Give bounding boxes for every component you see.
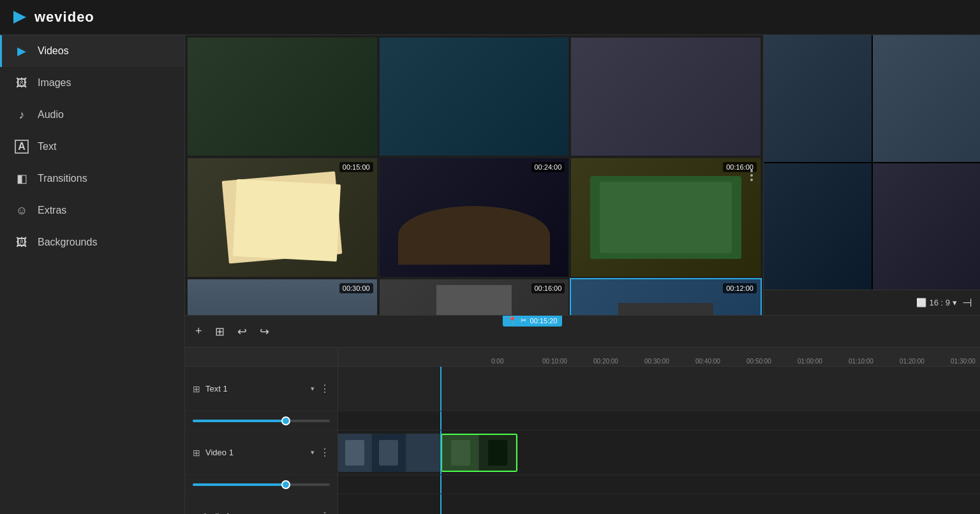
undo-icon: ↩ bbox=[237, 325, 247, 339]
duration-2: 00:24:00 bbox=[531, 162, 565, 172]
logo-icon bbox=[10, 8, 29, 27]
clip2-thumbnail bbox=[442, 435, 516, 471]
track-audio1-more[interactable]: ⋮ bbox=[320, 510, 330, 514]
preview-cell-1 bbox=[764, 35, 872, 162]
ruler-mark-8: 01:20:00 bbox=[900, 358, 924, 365]
track-text1-name: Text 1 bbox=[205, 384, 306, 393]
redo-icon: ↪ bbox=[260, 325, 269, 339]
header: wevideo bbox=[0, 0, 980, 35]
media-thumb-0[interactable] bbox=[188, 38, 377, 156]
sidebar-item-extras[interactable]: ☺ Extras bbox=[0, 195, 184, 226]
preview-bottom: ⬜ 16 : 9 ▾ ⊣ bbox=[764, 290, 980, 315]
timeline-ruler: 0:00 00:10:00 00:20:00 00:30:00 00:40:00… bbox=[185, 348, 980, 367]
logo-text: wevideo bbox=[34, 9, 94, 26]
playhead-tooltip: 📍 ✂ 00:15:20 bbox=[503, 316, 563, 327]
main-layout: ▶ Videos 🖼 Images ♪ Audio A Text ◧ Trans… bbox=[0, 35, 980, 514]
preview-cell-2 bbox=[873, 35, 981, 162]
more-options-btn[interactable] bbox=[750, 170, 753, 181]
undo-button[interactable]: ↩ bbox=[235, 322, 249, 341]
sidebar-item-audio[interactable]: ♪ Audio bbox=[0, 99, 184, 131]
duration-4: 00:30:00 bbox=[339, 283, 373, 293]
ruler-mark-4: 00:40:00 bbox=[695, 358, 720, 365]
sidebar-item-extras-label: Extras bbox=[38, 205, 66, 216]
media-thumb-5[interactable]: 00:16:00 bbox=[380, 279, 569, 315]
preview-cell-3 bbox=[764, 163, 872, 290]
sidebar-item-videos[interactable]: ▶ Videos bbox=[0, 35, 184, 67]
clip1-frame2 bbox=[372, 434, 406, 472]
track-text1-volume-thumb[interactable] bbox=[281, 416, 290, 425]
track-text1-more[interactable]: ⋮ bbox=[320, 383, 330, 395]
ruler-track: 0:00 00:10:00 00:20:00 00:30:00 00:40:00… bbox=[491, 365, 980, 366]
preview-cell-4 bbox=[873, 163, 981, 290]
preview-reset-btn[interactable]: ⊣ bbox=[962, 296, 972, 310]
sidebar-item-backgrounds-label: Backgrounds bbox=[38, 237, 97, 248]
svg-marker-0 bbox=[13, 11, 26, 24]
audio-icon: ♪ bbox=[15, 108, 29, 122]
track-video1-arrow[interactable]: ▾ bbox=[311, 448, 315, 457]
preview-panel: ⬜ 16 : 9 ▾ ⊣ bbox=[763, 35, 980, 315]
sidebar-item-images-label: Images bbox=[38, 77, 71, 89]
track-text1-volume-fill bbox=[193, 420, 286, 422]
playhead-line-text1-vol bbox=[440, 411, 442, 430]
track-type-button[interactable]: ⊞ bbox=[212, 322, 227, 341]
track-video1-name: Video 1 bbox=[205, 448, 306, 457]
sidebar-item-images[interactable]: 🖼 Images bbox=[0, 67, 184, 99]
ratio-label: 16 : 9 bbox=[929, 298, 950, 307]
sidebar-item-text[interactable]: A Text bbox=[0, 131, 184, 163]
ruler-header-space bbox=[185, 348, 338, 366]
sidebar-item-transitions-label: Transitions bbox=[38, 173, 87, 184]
top-section: 00:15:00 00:24:00 bbox=[185, 35, 980, 316]
ruler-mark-9: 01:30:00 bbox=[951, 358, 976, 365]
track-audio1-content[interactable] bbox=[338, 494, 980, 514]
preview-video bbox=[764, 35, 980, 290]
add-track-button[interactable]: + bbox=[193, 322, 205, 341]
track-text1-volume-slider[interactable] bbox=[193, 420, 330, 422]
track-video1-volume-row bbox=[185, 475, 980, 494]
duration-1: 00:15:00 bbox=[339, 162, 373, 172]
timeline-body[interactable]: ⊞ Text 1 ▾ ⋮ bbox=[185, 367, 980, 514]
media-thumb-0c[interactable] bbox=[571, 38, 761, 156]
video1-clip2[interactable] bbox=[441, 434, 517, 472]
media-thumb-0b[interactable] bbox=[380, 38, 569, 156]
media-thumb-6[interactable]: 00:12:00 bbox=[571, 279, 761, 315]
track-video1-more[interactable]: ⋮ bbox=[320, 446, 330, 459]
track-video1-volume-thumb[interactable] bbox=[281, 480, 290, 489]
track-text1-arrow[interactable]: ▾ bbox=[311, 385, 315, 393]
ruler-mark-7: 01:10:00 bbox=[849, 358, 873, 365]
duration-5: 00:16:00 bbox=[531, 283, 565, 293]
track-video1: ⊞ Video 1 ▾ ⋮ bbox=[185, 430, 980, 475]
sidebar-item-transitions[interactable]: ◧ Transitions bbox=[0, 163, 184, 195]
clip1-thumbnail bbox=[338, 434, 440, 472]
track-video1-icon: ⊞ bbox=[193, 448, 200, 458]
pin-icon: 📍 bbox=[508, 316, 517, 325]
media-thumb-3[interactable]: 00:16:00 bbox=[571, 158, 761, 276]
playhead-time: 00:15:20 bbox=[530, 317, 558, 325]
ruler-mark-3: 00:30:00 bbox=[644, 358, 669, 365]
media-grid-container[interactable]: 00:15:00 00:24:00 bbox=[185, 35, 763, 315]
track-text1: ⊞ Text 1 ▾ ⋮ bbox=[185, 367, 980, 411]
track-text1-header: ⊞ Text 1 ▾ ⋮ bbox=[185, 367, 338, 411]
track-text1-content[interactable] bbox=[338, 367, 980, 411]
sidebar-item-audio-label: Audio bbox=[38, 109, 64, 121]
clip1-frame1 bbox=[338, 434, 372, 472]
track-audio1-name: Audio 1 bbox=[202, 511, 306, 514]
track-text1-volume-row bbox=[185, 411, 980, 430]
playhead-line-audio1 bbox=[440, 494, 442, 514]
sidebar-item-backgrounds[interactable]: 🖼 Backgrounds bbox=[0, 226, 184, 258]
redo-button[interactable]: ↪ bbox=[257, 322, 272, 341]
images-icon: 🖼 bbox=[15, 76, 29, 90]
track-video1-volume-slider[interactable] bbox=[193, 483, 330, 486]
video1-clip1[interactable] bbox=[338, 434, 440, 472]
media-thumb-2[interactable]: 00:24:00 bbox=[380, 158, 569, 276]
playhead-line-video1-vol bbox=[440, 475, 442, 494]
track-video1-content[interactable] bbox=[338, 430, 980, 474]
timeline-toolbar: + ⊞ ↩ ↪ 📍 ✂ bbox=[185, 316, 980, 348]
media-thumb-1[interactable]: 00:15:00 bbox=[188, 158, 377, 276]
track-audio1-icon: ♪ bbox=[193, 511, 197, 515]
scissor-icon: ✂ bbox=[521, 316, 526, 325]
media-thumb-4[interactable]: 00:30:00 bbox=[188, 279, 377, 315]
track-text1-volume bbox=[185, 411, 338, 430]
track-video1-header: ⊞ Video 1 ▾ ⋮ bbox=[185, 430, 338, 474]
clip2-frame2 bbox=[479, 435, 516, 471]
preview-ratio[interactable]: ⬜ 16 : 9 ▾ bbox=[916, 298, 957, 307]
